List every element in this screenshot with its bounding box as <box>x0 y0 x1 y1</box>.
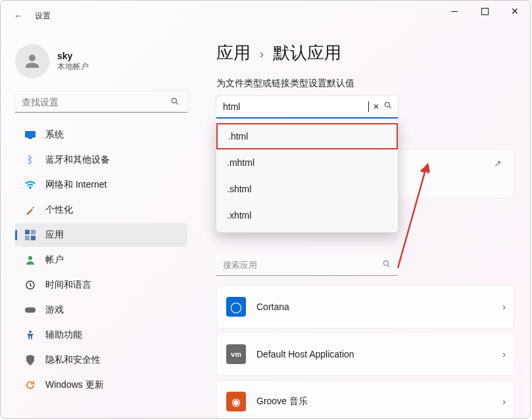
breadcrumb: 应用 › 默认应用 <box>216 41 514 65</box>
nav-item-bluetooth[interactable]: ᛒ蓝牙和其他设备 <box>15 148 187 172</box>
svg-line-16 <box>387 265 389 267</box>
apps-icon <box>24 229 36 241</box>
nav-label: 个性化 <box>45 204 73 216</box>
nav-label: 隐私和安全性 <box>45 354 101 366</box>
settings-window: ← 设置 ✕ sky 本地帐户 系统ᛒ蓝牙和其他设备网络和 Internet个性… <box>0 0 531 419</box>
account-type: 本地帐户 <box>57 61 89 72</box>
breadcrumb-root[interactable]: 应用 <box>216 41 251 65</box>
nav-list: 系统ᛒ蓝牙和其他设备网络和 Internet个性化应用帐户时间和语言游戏辅助功能… <box>11 123 191 397</box>
nav-label: 游戏 <box>45 304 64 316</box>
nav-label: 时间和语言 <box>45 279 91 291</box>
svg-rect-5 <box>25 230 30 234</box>
window-title: 设置 <box>35 11 51 22</box>
app-icon: vm <box>226 344 246 364</box>
svg-point-9 <box>28 256 32 260</box>
nav-label: Windows 更新 <box>45 379 104 391</box>
shield-icon <box>24 354 36 366</box>
suggestion-option[interactable]: .xhtml <box>216 202 398 228</box>
svg-rect-6 <box>31 230 36 234</box>
filetype-search-input[interactable] <box>223 101 370 112</box>
nav-item-clock[interactable]: 时间和语言 <box>15 273 187 297</box>
search-icon <box>170 97 181 107</box>
nav-item-update[interactable]: Windows 更新 <box>15 373 187 397</box>
display-icon <box>24 129 36 141</box>
svg-point-0 <box>172 98 176 103</box>
nav-item-shield[interactable]: 隐私和安全性 <box>15 348 187 372</box>
brush-icon <box>24 204 36 216</box>
nav-item-display[interactable]: 系统 <box>15 123 187 147</box>
svg-point-4 <box>30 187 31 188</box>
minimize-button[interactable] <box>439 1 470 22</box>
update-icon <box>24 379 36 391</box>
search-icon <box>382 259 391 271</box>
nav-label: 辅助功能 <box>45 329 82 341</box>
sidebar: sky 本地帐户 系统ᛒ蓝牙和其他设备网络和 Internet个性化应用帐户时间… <box>1 31 198 418</box>
app-card[interactable]: ◉Groove 音乐› <box>216 380 514 418</box>
clear-button[interactable]: ✕ <box>369 102 383 111</box>
sidebar-search-input[interactable] <box>22 97 170 107</box>
chevron-right-icon: › <box>502 396 506 407</box>
back-button[interactable]: ← <box>14 11 35 21</box>
svg-rect-2 <box>25 131 36 138</box>
app-card[interactable]: vmDefault Host Application› <box>216 332 514 376</box>
nav-label: 系统 <box>45 129 64 141</box>
nav-item-access[interactable]: 辅助功能 <box>15 323 187 347</box>
app-search[interactable]: 搜索应用 <box>216 255 398 276</box>
chevron-right-icon: › <box>260 47 264 61</box>
filetype-search[interactable]: ✕ <box>216 96 398 118</box>
external-link-icon[interactable]: ↗ <box>494 158 504 169</box>
account-block[interactable]: sky 本地帐户 <box>15 44 191 78</box>
suggestion-option[interactable]: .shtml <box>216 176 398 202</box>
app-name: Groove 音乐 <box>256 396 492 407</box>
nav-label: 网络和 Internet <box>45 179 107 191</box>
app-card[interactable]: ◯Cortana› <box>216 285 514 328</box>
chevron-right-icon: › <box>502 302 506 312</box>
nav-label: 帐户 <box>45 254 64 266</box>
svg-rect-7 <box>25 236 30 240</box>
clock-icon <box>24 279 36 291</box>
wifi-icon <box>24 179 36 191</box>
app-name: Default Host Application <box>256 349 492 359</box>
game-icon <box>24 304 36 316</box>
suggestions-dropdown: .html.mhtml.shtml.xhtml <box>216 119 398 232</box>
app-icon: ◯ <box>226 297 246 317</box>
nav-item-game[interactable]: 游戏 <box>15 298 187 322</box>
nav-label: 蓝牙和其他设备 <box>45 154 110 166</box>
bluetooth-icon: ᛒ <box>24 154 36 166</box>
close-button[interactable]: ✕ <box>500 1 530 22</box>
svg-rect-8 <box>31 236 36 240</box>
chevron-right-icon: › <box>502 349 506 359</box>
nav-item-brush[interactable]: 个性化 <box>15 198 187 222</box>
sidebar-search[interactable] <box>15 92 187 113</box>
svg-line-1 <box>176 102 178 104</box>
suggestion-option[interactable]: .html <box>216 123 398 149</box>
window-controls: ✕ <box>439 1 530 22</box>
nav-label: 应用 <box>45 229 64 241</box>
maximize-button[interactable] <box>470 1 500 22</box>
nav-item-person[interactable]: 帐户 <box>15 248 187 272</box>
account-name: sky <box>57 51 89 61</box>
svg-rect-11 <box>25 307 36 313</box>
nav-item-apps[interactable]: 应用 <box>15 223 187 247</box>
svg-point-12 <box>29 330 32 333</box>
breadcrumb-leaf: 默认应用 <box>273 41 341 65</box>
app-search-placeholder: 搜索应用 <box>223 259 257 271</box>
app-icon: ◉ <box>226 392 246 411</box>
person-icon <box>24 254 36 266</box>
app-name: Cortana <box>256 302 492 312</box>
svg-point-13 <box>385 102 389 107</box>
main-panel: 应用 › 默认应用 为文件类型或链接类型设置默认值 ✕ ↗ .html.mhtm… <box>198 31 530 418</box>
suggestion-option[interactable]: .mhtml <box>216 149 398 176</box>
svg-point-15 <box>383 261 388 265</box>
app-list: ◯Cortana›vmDefault Host Application›◉Gro… <box>216 285 514 418</box>
nav-item-wifi[interactable]: 网络和 Internet <box>15 173 187 197</box>
svg-rect-3 <box>28 138 32 139</box>
search-icon[interactable] <box>383 101 393 113</box>
avatar <box>15 44 49 78</box>
access-icon <box>24 329 36 341</box>
section-label: 为文件类型或链接类型设置默认值 <box>216 78 514 90</box>
svg-line-14 <box>389 106 391 108</box>
